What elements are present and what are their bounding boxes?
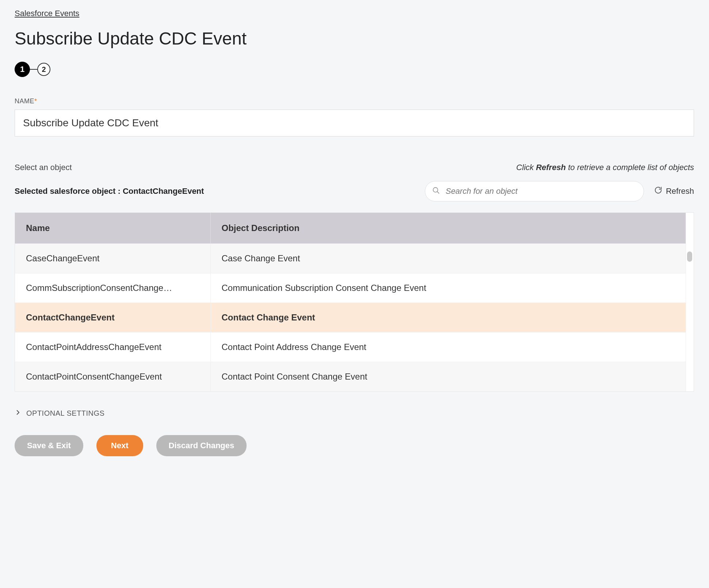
refresh-button[interactable]: Refresh bbox=[654, 186, 694, 196]
name-label-text: NAME bbox=[15, 97, 34, 105]
cell-name: ContactPointAddressChangeEvent bbox=[15, 333, 210, 362]
cell-description: Case Change Event bbox=[210, 244, 686, 273]
svg-line-1 bbox=[437, 192, 439, 194]
stepper: 1 2 bbox=[15, 62, 694, 77]
cell-name: CommSubscriptionConsentChange… bbox=[15, 273, 210, 303]
selected-value: ContactChangeEvent bbox=[123, 187, 204, 196]
cell-name: ContactChangeEvent bbox=[15, 303, 210, 333]
scrollbar-thumb[interactable] bbox=[687, 251, 692, 262]
footer-buttons: Save & Exit Next Discard Changes bbox=[15, 435, 694, 456]
refresh-hint: Click Refresh to retrieve a complete lis… bbox=[516, 163, 694, 172]
search-wrapper bbox=[425, 181, 644, 201]
page-title: Subscribe Update CDC Event bbox=[15, 28, 694, 49]
selected-object: Selected salesforce object : ContactChan… bbox=[15, 187, 204, 196]
table-row[interactable]: CommSubscriptionConsentChange…Communicat… bbox=[15, 273, 686, 303]
cell-description: Contact Point Address Change Event bbox=[210, 333, 686, 362]
optional-settings-toggle[interactable]: OPTIONAL SETTINGS bbox=[15, 409, 104, 418]
breadcrumb-link[interactable]: Salesforce Events bbox=[15, 9, 79, 18]
discard-button[interactable]: Discard Changes bbox=[156, 435, 247, 456]
hint-prefix: Click bbox=[516, 163, 536, 172]
scrollbar-track[interactable] bbox=[686, 213, 694, 391]
object-table-container: Name Object Description CaseChangeEventC… bbox=[15, 212, 694, 392]
table-row[interactable]: ContactChangeEventContact Change Event bbox=[15, 303, 686, 333]
optional-settings-label: OPTIONAL SETTINGS bbox=[26, 409, 104, 418]
cell-name: ContactPointConsentChangeEvent bbox=[15, 362, 210, 392]
hint-bold: Refresh bbox=[536, 163, 566, 172]
cell-description: Contact Change Event bbox=[210, 303, 686, 333]
col-header-description[interactable]: Object Description bbox=[210, 213, 686, 244]
name-input[interactable] bbox=[15, 109, 694, 137]
search-icon bbox=[432, 187, 440, 196]
col-header-name[interactable]: Name bbox=[15, 213, 210, 244]
name-label: NAME* bbox=[15, 97, 694, 105]
hint-suffix: to retrieve a complete list of objects bbox=[566, 163, 694, 172]
cell-description: Contact Point Consent Change Event bbox=[210, 362, 686, 392]
chevron-right-icon bbox=[15, 409, 21, 418]
object-table: Name Object Description CaseChangeEventC… bbox=[15, 213, 686, 391]
refresh-label: Refresh bbox=[666, 187, 694, 196]
required-asterisk: * bbox=[34, 97, 37, 105]
selected-prefix: Selected salesforce object : bbox=[15, 187, 123, 196]
select-object-label: Select an object bbox=[15, 163, 72, 172]
step-2[interactable]: 2 bbox=[37, 63, 50, 76]
svg-point-0 bbox=[433, 188, 438, 192]
cell-description: Communication Subscription Consent Chang… bbox=[210, 273, 686, 303]
next-button[interactable]: Next bbox=[96, 435, 143, 456]
save-exit-button[interactable]: Save & Exit bbox=[15, 435, 83, 456]
step-connector bbox=[30, 69, 37, 70]
search-input[interactable] bbox=[425, 181, 644, 201]
table-row[interactable]: ContactPointConsentChangeEventContact Po… bbox=[15, 362, 686, 392]
cell-name: CaseChangeEvent bbox=[15, 244, 210, 273]
table-row[interactable]: ContactPointAddressChangeEventContact Po… bbox=[15, 333, 686, 362]
table-row[interactable]: CaseChangeEventCase Change Event bbox=[15, 244, 686, 273]
step-1[interactable]: 1 bbox=[15, 62, 30, 77]
refresh-icon bbox=[654, 186, 662, 196]
